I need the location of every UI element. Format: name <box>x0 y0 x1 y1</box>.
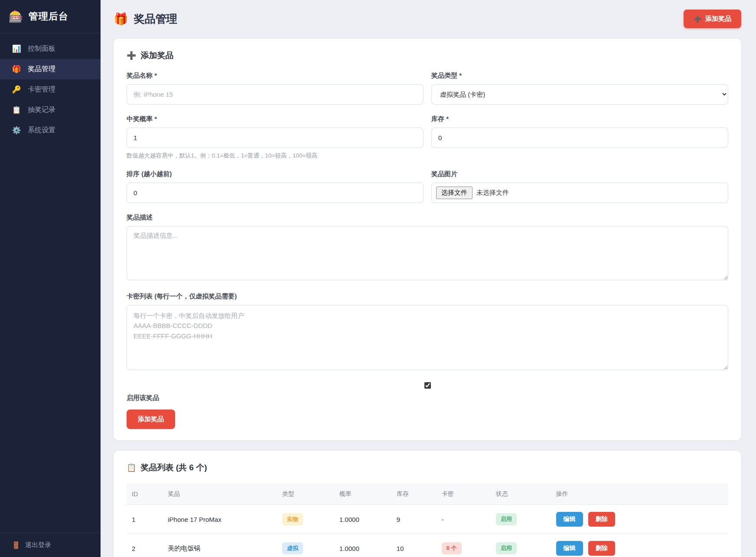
app-logo: 🎰 管理后台 <box>0 0 101 33</box>
prize-image-file-input[interactable]: 选择文件 未选择文件 <box>431 183 728 203</box>
sidebar-item-label: 系统设置 <box>28 126 55 135</box>
status-badge: 启用 <box>496 542 517 554</box>
table-card-title: 📋 奖品列表 (共 6 个) <box>127 462 728 473</box>
enable-prize-label: 启用该奖品 <box>127 394 728 402</box>
sidebar-item-label: 卡密管理 <box>28 85 55 94</box>
prize-type-select[interactable]: 虚拟奖品 (卡密) <box>431 84 728 105</box>
gift-icon: 🎁 <box>114 12 128 26</box>
add-prize-card: ➕ 添加奖品 奖品名称 * 奖品类型 * 虚拟奖品 (卡密) 中奖概率 * 数值… <box>114 39 741 440</box>
col-header-actions: 操作 <box>551 484 729 505</box>
cards-count-badge: 0 个 <box>442 542 462 554</box>
clipboard-icon: 📋 <box>127 463 136 472</box>
card-list-label: 卡密列表 (每行一个，仅虚拟奖品需要) <box>127 292 728 301</box>
stock-label: 库存 * <box>431 115 728 123</box>
cell-probability: 1.0000 <box>334 505 391 534</box>
app-title: 管理后台 <box>29 10 68 23</box>
probability-help-text: 数值越大越容易中，默认1。例：0.1=极低，1=普通，10=较高，100=很高 <box>127 152 424 160</box>
sidebar-item-cards[interactable]: 🔑 卡密管理 <box>0 79 101 100</box>
cell-stock: 9 <box>391 505 437 534</box>
col-header-status: 状态 <box>491 484 551 505</box>
sidebar-item-settings[interactable]: ⚙️ 系统设置 <box>0 120 101 141</box>
table-row: 1 iPhone 17 ProMax 实物 1.0000 9 - 启用 编辑 删… <box>127 505 728 534</box>
door-icon: 🚪 <box>12 541 20 549</box>
sidebar-item-label: 奖品管理 <box>28 65 55 74</box>
cell-stock: 10 <box>391 534 437 557</box>
col-header-prize: 奖品 <box>163 484 277 505</box>
table-row: 2 美的电饭锅 虚拟 1.0000 10 0 个 启用 编辑 删除 <box>127 534 728 557</box>
sidebar-item-label: 抽奖记录 <box>28 105 55 115</box>
type-badge: 实物 <box>282 513 303 525</box>
cell-probability: 1.0000 <box>334 534 391 557</box>
form-grid: 奖品名称 * 奖品类型 * 虚拟奖品 (卡密) 中奖概率 * 数值越大越容易中，… <box>127 72 728 213</box>
table-header-row: ID 奖品 类型 概率 库存 卡密 状态 操作 <box>127 484 728 505</box>
main-content: 🎁 奖品管理 ➕ 添加奖品 ➕ 添加奖品 奖品名称 * 奖品类型 * 虚拟奖品 … <box>101 0 756 557</box>
delete-button[interactable]: 删除 <box>588 512 615 527</box>
cell-prize-name: 美的电饭锅 <box>163 534 277 557</box>
page-title-text: 奖品管理 <box>134 12 177 26</box>
description-field: 奖品描述 <box>127 213 728 282</box>
sidebar-menu: 📊 控制面板 🎁 奖品管理 🔑 卡密管理 📋 抽奖记录 ⚙️ 系统设置 <box>0 33 101 533</box>
slot-machine-icon: 🎰 <box>9 11 23 23</box>
bar-chart-icon: 📊 <box>12 44 21 53</box>
add-prize-header-label: 添加奖品 <box>705 15 731 23</box>
add-prize-header-button[interactable]: ➕ 添加奖品 <box>684 10 741 28</box>
edit-button[interactable]: 编辑 <box>556 512 583 527</box>
cell-id: 2 <box>127 534 163 557</box>
page-header: 🎁 奖品管理 ➕ 添加奖品 <box>114 10 741 28</box>
card-list-field: 卡密列表 (每行一个，仅虚拟奖品需要) <box>127 292 728 372</box>
sidebar-item-records[interactable]: 📋 抽奖记录 <box>0 100 101 120</box>
prize-name-label: 奖品名称 * <box>127 72 424 80</box>
prize-table: ID 奖品 类型 概率 库存 卡密 状态 操作 1 iPhone 17 ProM… <box>127 484 728 557</box>
gear-icon: ⚙️ <box>12 126 21 135</box>
form-card-title-text: 添加奖品 <box>140 50 173 61</box>
cell-cards: - <box>437 505 491 534</box>
sidebar-item-label: 控制面板 <box>28 44 55 53</box>
submit-add-prize-button[interactable]: 添加奖品 <box>127 410 175 429</box>
status-badge: 启用 <box>496 513 517 525</box>
probability-input[interactable] <box>127 128 424 148</box>
choose-file-button[interactable]: 选择文件 <box>436 187 472 199</box>
col-header-id: ID <box>127 484 163 505</box>
page-title: 🎁 奖品管理 <box>114 12 177 26</box>
stock-input[interactable] <box>431 128 728 148</box>
enable-prize-checkbox[interactable] <box>424 382 431 389</box>
prize-type-label: 奖品类型 * <box>431 72 728 80</box>
key-icon: 🔑 <box>12 85 21 94</box>
clipboard-icon: 📋 <box>12 105 21 115</box>
prize-name-input[interactable] <box>127 84 424 105</box>
sort-input[interactable] <box>127 183 424 203</box>
prize-image-label: 奖品图片 <box>431 170 728 178</box>
col-header-stock: 库存 <box>391 484 437 505</box>
sort-label: 排序 (越小越前) <box>127 170 424 178</box>
sidebar: 🎰 管理后台 📊 控制面板 🎁 奖品管理 🔑 卡密管理 📋 抽奖记录 ⚙️ 系统… <box>0 0 101 557</box>
prize-image-field: 奖品图片 选择文件 未选择文件 <box>431 170 728 203</box>
delete-button[interactable]: 删除 <box>588 541 615 556</box>
sort-field: 排序 (越小越前) <box>127 170 424 203</box>
enable-checkbox-row <box>127 382 728 390</box>
probability-label: 中奖概率 * <box>127 115 424 123</box>
cell-prize-name: iPhone 17 ProMax <box>163 505 277 534</box>
prize-type-field: 奖品类型 * 虚拟奖品 (卡密) <box>431 72 728 105</box>
description-label: 奖品描述 <box>127 213 728 222</box>
edit-button[interactable]: 编辑 <box>556 541 583 556</box>
col-header-cards: 卡密 <box>437 484 491 505</box>
description-textarea[interactable] <box>127 226 728 280</box>
form-card-title: ➕ 添加奖品 <box>127 50 728 61</box>
stock-field: 库存 * <box>431 115 728 160</box>
plus-icon: ➕ <box>694 15 702 23</box>
prize-list-card: 📋 奖品列表 (共 6 个) ID 奖品 类型 概率 库存 卡密 状态 操作 1 <box>114 451 741 557</box>
logout-label: 退出登录 <box>25 541 51 549</box>
gift-icon: 🎁 <box>12 65 21 74</box>
sidebar-item-dashboard[interactable]: 📊 控制面板 <box>0 39 101 59</box>
logout-button[interactable]: 🚪 退出登录 <box>0 533 101 557</box>
prize-name-field: 奖品名称 * <box>127 72 424 105</box>
cell-id: 1 <box>127 505 163 534</box>
col-header-probability: 概率 <box>334 484 391 505</box>
no-file-text: 未选择文件 <box>476 189 509 197</box>
probability-field: 中奖概率 * 数值越大越容易中，默认1。例：0.1=极低，1=普通，10=较高，… <box>127 115 424 160</box>
type-badge: 虚拟 <box>282 542 303 554</box>
card-list-textarea[interactable] <box>127 305 728 370</box>
sidebar-item-prizes[interactable]: 🎁 奖品管理 <box>0 59 101 79</box>
plus-icon: ➕ <box>127 51 136 60</box>
col-header-type: 类型 <box>277 484 334 505</box>
